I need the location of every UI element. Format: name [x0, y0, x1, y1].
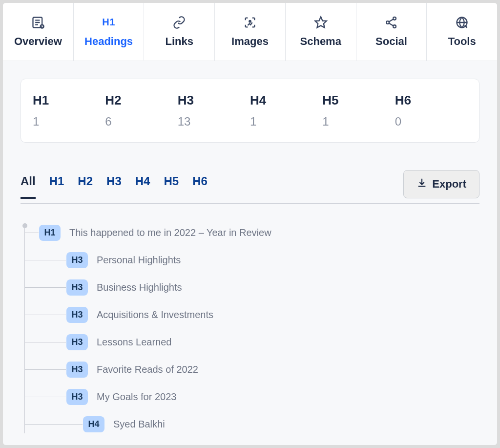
app-frame: Overview H1 Headings Links [3, 3, 497, 445]
svg-line-10 [389, 19, 394, 21]
export-label: Export [432, 178, 466, 191]
summary-col-h6: H6 0 [395, 93, 467, 128]
filter-tab-h6[interactable]: H6 [192, 174, 208, 199]
filter-row: All H1 H2 H3 H4 H5 H6 Export [21, 170, 479, 204]
content-area: H1 1 H2 6 H3 13 H4 1 H5 1 H6 0 [3, 61, 497, 433]
summary-label: H4 [250, 93, 322, 108]
heading-text: Lessons Learned [97, 337, 171, 348]
export-button[interactable]: Export [403, 170, 479, 198]
heading-node: H3 Business Highlights [21, 278, 479, 297]
heading-text: This happened to me in 2022 – Year in Re… [69, 227, 271, 238]
svg-point-5 [249, 21, 251, 22]
filter-tabs: All H1 H2 H3 H4 H5 H6 [21, 174, 208, 199]
tab-label: Social [375, 35, 407, 48]
link-icon [172, 16, 186, 29]
heading-node: H3 Personal Highlights [21, 251, 479, 269]
summary-count: 1 [33, 115, 105, 128]
heading-node: H3 My Goals for 2023 [21, 387, 479, 406]
filter-tab-h3[interactable]: H3 [106, 174, 122, 199]
tree-connector [25, 315, 66, 315]
summary-col-h4: H4 1 [250, 93, 322, 128]
summary-count: 13 [178, 115, 250, 128]
svg-point-9 [394, 25, 396, 28]
star-icon [314, 16, 328, 29]
heading-node: H1 This happened to me in 2022 – Year in… [21, 223, 479, 242]
summary-count: 6 [105, 115, 177, 128]
heading-badge: H3 [66, 389, 88, 405]
heading-text: My Goals for 2023 [97, 391, 176, 403]
svg-point-7 [394, 17, 396, 20]
summary-count: 0 [395, 115, 467, 128]
tab-label: Images [231, 35, 269, 48]
heading-badge: H1 [39, 225, 61, 241]
heading-badge: H3 [66, 252, 88, 268]
svg-line-11 [389, 23, 394, 25]
tab-overview[interactable]: Overview [3, 3, 74, 61]
download-icon [417, 177, 427, 191]
headings-icon: H1 [102, 16, 116, 29]
summary-count: 1 [322, 115, 395, 128]
summary-label: H2 [105, 93, 177, 108]
image-icon [243, 16, 257, 29]
tab-label: Overview [14, 35, 62, 48]
heading-text: Acquisitions & Investments [97, 309, 213, 320]
heading-summary-card: H1 1 H2 6 H3 13 H4 1 H5 1 H6 0 [21, 79, 479, 143]
tab-label: Schema [300, 35, 341, 48]
heading-badge: H3 [66, 279, 88, 296]
filter-tab-h4[interactable]: H4 [135, 174, 150, 199]
svg-marker-6 [315, 17, 326, 27]
tree-connector [25, 233, 39, 233]
tab-schema[interactable]: Schema [286, 3, 356, 61]
filter-tab-h5[interactable]: H5 [164, 174, 179, 199]
summary-label: H1 [33, 93, 105, 108]
heading-badge: H3 [66, 334, 88, 350]
heading-text: Syed Balkhi [113, 419, 165, 430]
summary-label: H5 [322, 93, 395, 108]
overview-icon [31, 16, 45, 29]
filter-tab-all[interactable]: All [21, 174, 36, 199]
tree-connector [25, 287, 66, 288]
tab-links[interactable]: Links [144, 3, 215, 61]
summary-label: H6 [395, 93, 467, 108]
heading-text: Favorite Reads of 2022 [97, 364, 198, 375]
heading-text: Business Highlights [97, 282, 182, 293]
heading-badge: H3 [66, 362, 88, 378]
main-tabs: Overview H1 Headings Links [3, 3, 497, 61]
heading-badge: H3 [66, 307, 88, 323]
tab-social[interactable]: Social [356, 3, 427, 61]
heading-text: Personal Highlights [97, 255, 181, 266]
tab-label: Tools [448, 35, 476, 48]
heading-node: H4 Syed Balkhi [21, 415, 479, 433]
heading-badge: H4 [83, 416, 104, 432]
tree-connector [25, 369, 66, 370]
summary-col-h5: H5 1 [322, 93, 395, 128]
filter-tab-h1[interactable]: H1 [49, 174, 64, 199]
svg-point-8 [387, 21, 390, 24]
tree-connector [25, 424, 83, 425]
heading-node: H3 Favorite Reads of 2022 [21, 360, 479, 379]
summary-col-h1: H1 1 [33, 93, 105, 128]
heading-tree: H1 This happened to me in 2022 – Year in… [21, 223, 479, 433]
summary-col-h3: H3 13 [178, 93, 250, 128]
tree-connector [25, 397, 66, 397]
tab-headings[interactable]: H1 Headings [74, 3, 145, 61]
tree-connector [25, 260, 66, 260]
tab-images[interactable]: Images [215, 3, 286, 61]
globe-icon [455, 16, 469, 29]
filter-tab-h2[interactable]: H2 [78, 174, 93, 199]
summary-col-h2: H2 6 [105, 93, 177, 128]
tab-label: Links [166, 35, 193, 48]
tree-connector [25, 342, 66, 342]
share-icon [384, 16, 398, 29]
heading-node: H3 Lessons Learned [21, 333, 479, 351]
tab-label: Headings [84, 35, 133, 48]
heading-node: H3 Acquisitions & Investments [21, 305, 479, 324]
tab-tools[interactable]: Tools [427, 3, 497, 61]
summary-label: H3 [178, 93, 250, 108]
summary-count: 1 [250, 115, 322, 128]
